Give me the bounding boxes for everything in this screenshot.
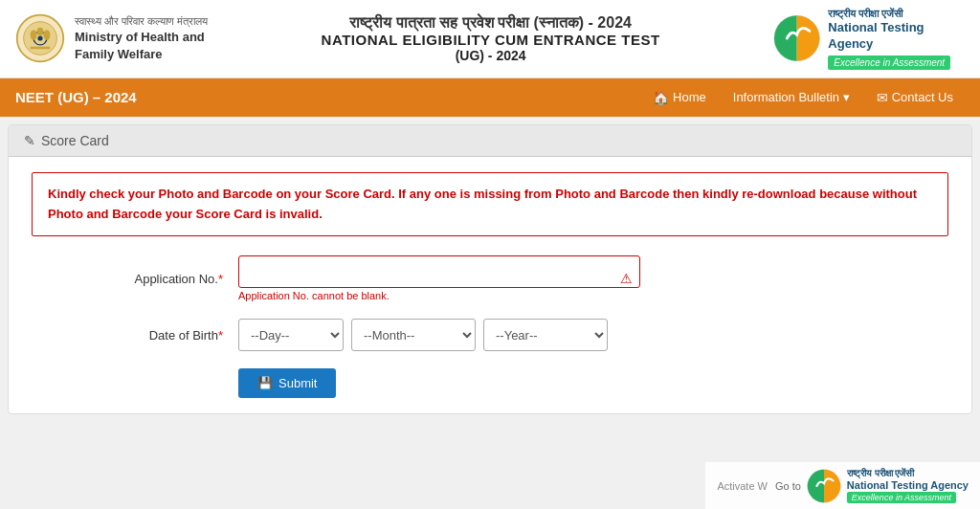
navbar-links: 🏠 Home Information Bulletin ▾ ✉ Contact … [641,84,965,111]
title-english: NATIONAL ELIGIBILITY CUM ENTRANCE TEST [208,32,773,48]
svg-point-3 [37,36,42,41]
submit-row: 💾 Submit [162,368,948,398]
nta-section: राष्ट्रीय परीक्षा एजेंसी National Testin… [773,8,965,70]
input-error-icon: ⚠ [620,271,633,286]
main-navbar: NEET (UG) – 2024 🏠 Home Information Bull… [0,78,980,117]
svg-point-6 [37,28,44,36]
page-title-section: राष्ट्रीय पात्रता सह प्रवेश परीक्षा (स्न… [208,14,773,63]
home-icon: 🏠 [653,90,669,105]
submit-label: Submit [278,376,317,390]
breadcrumb-label: Score Card [41,133,109,148]
application-no-error-msg: Application No. cannot be blank. [238,290,640,301]
ministry-english-line2: Family Welfare [75,46,208,63]
scorecard-icon: ✎ [24,133,35,148]
contact-icon: ✉ [877,90,888,105]
dob-selects: --Day-- --Month-- --Year-- [238,319,608,351]
nav-info-bulletin-link[interactable]: Information Bulletin ▾ [722,84,861,110]
main-content: ✎ Score Card Kindly check your Photo and… [8,124,972,415]
submit-button[interactable]: 💾 Submit [238,368,336,398]
nta-hindi: राष्ट्रीय परीक्षा एजेंसी [828,8,965,20]
application-no-row: Application No.* ⚠ Application No. canno… [32,255,948,301]
dob-row: Date of Birth* --Day-- --Month-- --Year-… [32,319,948,351]
nav-contact-label: Contact Us [892,90,953,104]
application-no-input-wrapper: ⚠ Application No. cannot be blank. [238,255,640,301]
dob-month-select[interactable]: --Month-- [351,319,476,351]
nta-english: National Testing Agency [828,20,965,53]
nta-logo: राष्ट्रीय परीक्षा एजेंसी National Testin… [773,8,965,70]
nta-text-block: राष्ट्रीय परीक्षा एजेंसी National Testin… [828,8,965,70]
page-header: स्वास्थ्य और परिवार कल्याण मंत्रालय Mini… [0,0,980,78]
svg-point-5 [43,31,50,40]
nav-home-label: Home [673,90,706,104]
dob-label: Date of Birth* [108,328,223,343]
warning-box: Kindly check your Photo and Barcode on y… [32,172,948,237]
title-sub: (UG) - 2024 [208,48,773,63]
svg-point-4 [31,31,37,40]
dob-year-select[interactable]: --Year-- [483,319,608,351]
breadcrumb: ✎ Score Card [9,125,971,157]
application-no-input[interactable] [238,255,640,288]
title-hindi: राष्ट्रीय पात्रता सह प्रवेश परीक्षा (स्न… [208,14,773,32]
application-no-label: Application No.* [108,272,223,286]
navbar-brand: NEET (UG) – 2024 [15,89,137,105]
ministry-english-line1: Ministry of Health and [75,29,208,46]
nav-info-label: Information Bulletin ▾ [733,90,850,104]
ministry-text: स्वास्थ्य और परिवार कल्याण मंत्रालय Mini… [75,14,208,64]
india-emblem-icon [15,13,65,63]
svg-rect-7 [31,47,51,50]
nta-excellence-badge: Excellence in Assessment [828,55,950,70]
form-area: Kindly check your Photo and Barcode on y… [9,157,971,414]
warning-text: Kindly check your Photo and Barcode on y… [48,185,932,225]
ministry-section: स्वास्थ्य और परिवार कल्याण मंत्रालय Mini… [15,13,208,63]
ministry-hindi: स्वास्थ्य और परिवार कल्याण मंत्रालय [75,14,208,29]
nav-contact-link[interactable]: ✉ Contact Us [865,84,965,111]
nav-home-link[interactable]: 🏠 Home [641,84,718,111]
nta-logo-icon [773,13,820,63]
submit-icon: 💾 [257,376,273,390]
dob-day-select[interactable]: --Day-- [238,319,344,351]
